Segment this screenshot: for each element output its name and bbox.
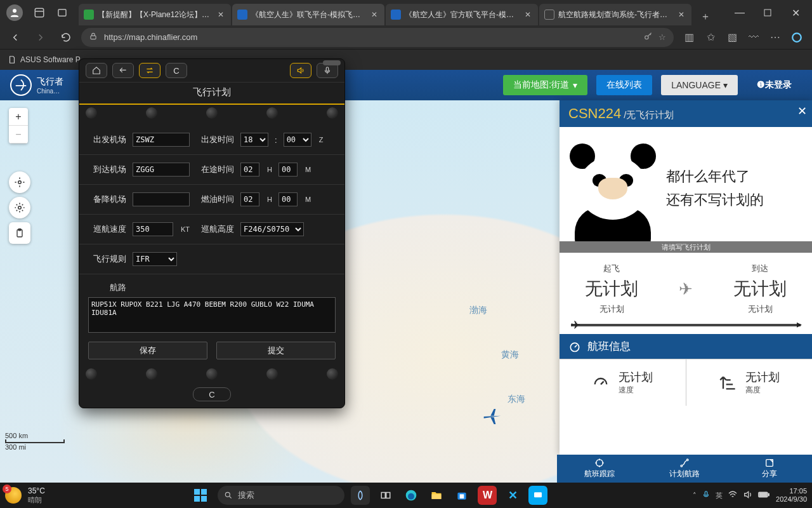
performance-icon[interactable]: 〰 — [743, 27, 764, 48]
profile-avatar[interactable] — [6, 4, 23, 21]
zoom-out-button[interactable]: − — [9, 126, 28, 144]
tab-actions-icon[interactable] — [52, 3, 72, 23]
cruise-alt-select[interactable]: F246/S0750 — [240, 222, 304, 236]
close-window-button[interactable]: ✕ — [782, 0, 809, 25]
tray-expand-icon[interactable]: ˄ — [693, 491, 697, 500]
app-logo[interactable]: 飞行者 China… — [10, 74, 63, 96]
dep-airport-input[interactable] — [133, 133, 190, 147]
dep-min-select[interactable]: 00 — [284, 133, 311, 147]
close-icon[interactable]: ✕ — [216, 10, 226, 20]
altn-airport-input[interactable] — [133, 192, 190, 206]
decor-bolts — [79, 366, 344, 382]
explorer-app-icon[interactable] — [427, 486, 446, 505]
more-icon[interactable]: ⋯ — [765, 27, 785, 48]
fuel-min-input[interactable] — [278, 192, 298, 206]
settings-button[interactable] — [9, 197, 30, 218]
gauge-icon — [592, 374, 610, 392]
fp-swap-button[interactable] — [139, 63, 160, 78]
plan-route-button[interactable]: 计划航路 — [642, 455, 727, 483]
info-header: CSN224 /无飞行计划 ✕ — [560, 100, 812, 127]
browser-tab[interactable]: 《航空人生》官方联飞平台-模拟… ✕ — [386, 4, 538, 25]
fp-sound-button[interactable] — [290, 63, 311, 78]
minimize-button[interactable]: — — [726, 0, 754, 25]
browser-tab[interactable]: 《航空人生》联飞平台-模拟飞行… ✕ — [232, 4, 384, 25]
taskbar-clock[interactable]: 17:05 2024/9/30 — [776, 487, 807, 504]
callsign: CSN224 — [568, 105, 621, 122]
new-tab-button[interactable]: ＋ — [697, 8, 714, 25]
start-button[interactable] — [190, 485, 211, 506]
track-flight-button[interactable]: 航班跟踪 — [557, 455, 642, 483]
fp-back-button[interactable] — [112, 63, 134, 78]
flight-rules-select[interactable]: IFR — [133, 252, 177, 266]
url-input[interactable]: https://map.chinaflier.com ☆ — [81, 28, 674, 47]
meme-banner: 都什么年代了 还有不写计划的 请填写飞行计划 — [560, 127, 812, 253]
share-button[interactable]: 分享 — [727, 455, 812, 483]
split-screen-icon[interactable]: ▥ — [679, 27, 699, 48]
speed-input[interactable] — [133, 222, 173, 236]
route-textarea[interactable]: RUP51X RUPOX B221 LJG A470 BEBEM R200 GU… — [88, 297, 336, 333]
wps-app-icon[interactable]: W — [478, 486, 497, 505]
browser-tab[interactable]: 航空航路规划查询系统-飞行者联… ✕ — [539, 4, 691, 25]
close-icon[interactable]: ✕ — [369, 10, 379, 20]
fp-c-button[interactable]: C — [166, 63, 187, 78]
route-icon — [679, 458, 690, 468]
ime-indicator[interactable]: 英 — [716, 491, 723, 500]
enroute-min-input[interactable] — [278, 163, 298, 177]
dep-hour-select[interactable]: 18 — [240, 133, 268, 147]
weather-widget[interactable]: 5 35°C 晴朗 — [5, 486, 45, 505]
dep-sub: 无计划 — [585, 304, 638, 315]
favicon-icon — [391, 10, 401, 20]
key-icon[interactable] — [643, 31, 653, 43]
close-icon[interactable]: ✕ — [523, 10, 533, 20]
fuel-hour-input[interactable] — [240, 192, 259, 206]
plane-icon: ✈ — [679, 279, 693, 299]
windows-icon — [194, 489, 207, 502]
save-button[interactable]: 保存 — [88, 342, 207, 359]
favorite-icon[interactable]: ☆ — [658, 32, 666, 42]
browser-tab[interactable]: 【新提醒】【X-Plane12论坛】_… ✕ — [79, 4, 231, 25]
login-status[interactable]: ❶未登录 — [747, 75, 802, 95]
zoom-in-button[interactable]: + — [9, 108, 28, 126]
store-app-icon[interactable] — [452, 486, 471, 505]
enroute-hour-input[interactable] — [240, 163, 259, 177]
refresh-button[interactable] — [56, 27, 76, 48]
arr-airport-input[interactable] — [133, 163, 190, 177]
maximize-button[interactable] — [754, 0, 782, 25]
copilot-icon[interactable] — [787, 27, 807, 48]
close-icon[interactable]: ✕ — [676, 10, 686, 20]
temperature: 35°C — [28, 486, 45, 495]
fp-minimize-handle[interactable] — [323, 60, 341, 65]
edge-app-icon[interactable] — [402, 486, 421, 505]
toolbar-right: ▥ ✩ ▧ 〰 ⋯ — [679, 27, 807, 48]
mic-tray-icon[interactable] — [702, 490, 710, 500]
taskbar-search[interactable]: 搜索 — [218, 486, 344, 505]
chat-app-icon[interactable] — [528, 486, 547, 505]
sea-label: 东海 — [508, 394, 525, 405]
battery-icon[interactable] — [758, 491, 769, 500]
collections-icon[interactable]: ▧ — [722, 27, 742, 48]
map-mode-pill[interactable]: 当前地图:街道 ▾ — [503, 75, 587, 95]
submit-button[interactable]: 提交 — [216, 342, 336, 359]
workspaces-icon[interactable] — [29, 3, 49, 23]
online-list-button[interactable]: 在线列表 — [596, 75, 652, 95]
bookmark-item[interactable]: ASUS Software P… — [8, 55, 88, 64]
task-view-icon[interactable] — [376, 486, 395, 505]
language-button[interactable]: LANGUAGE ▾ — [661, 75, 738, 95]
svg-rect-28 — [768, 494, 769, 496]
svg-point-8 — [18, 206, 22, 210]
favorites-icon[interactable]: ✩ — [700, 27, 721, 48]
locate-button[interactable] — [9, 171, 30, 193]
close-icon[interactable]: ✕ — [797, 104, 807, 118]
fp-footer-c-button[interactable]: C — [193, 387, 231, 401]
aircraft-icon[interactable] — [482, 406, 502, 429]
wifi-icon[interactable] — [728, 490, 738, 501]
lock-icon — [89, 32, 99, 43]
x-app-icon[interactable]: ✕ — [503, 486, 522, 505]
fp-home-button[interactable] — [86, 63, 107, 78]
svg-point-0 — [13, 9, 16, 13]
volume-icon[interactable] — [743, 490, 753, 501]
back-button[interactable] — [5, 27, 25, 48]
clipboard-button[interactable] — [9, 222, 30, 244]
sea-label: 渤海 — [469, 305, 487, 316]
copilot-app-icon[interactable] — [351, 486, 370, 505]
